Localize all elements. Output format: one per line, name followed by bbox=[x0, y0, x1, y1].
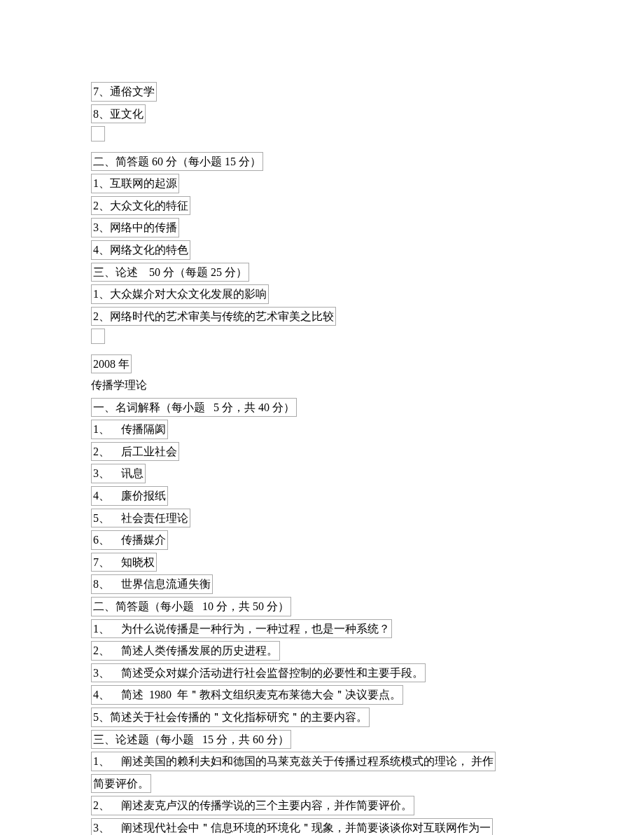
text-line: 8、亚文化 bbox=[91, 103, 553, 125]
text-line: 三、论述 50 分（每题 25 分） bbox=[91, 261, 553, 284]
text-box: 二、简答题 60 分（每小题 15 分） bbox=[91, 152, 263, 172]
text-box: 一、名词解释（每小题 5 分，共 40 分） bbox=[91, 398, 297, 418]
empty-box bbox=[91, 329, 105, 344]
text-line: 简要评价。 bbox=[91, 773, 553, 795]
text-box: 8、亚文化 bbox=[91, 104, 146, 124]
text-line: 1、 为什么说传播是一种行为，一种过程，也是一种系统？ bbox=[91, 618, 553, 640]
text-box: 2、 阐述麦克卢汉的传播学说的三个主要内容，并作简要评价。 bbox=[91, 796, 414, 815]
text-line: 4、 廉价报纸 bbox=[91, 485, 553, 507]
empty-box bbox=[91, 126, 105, 142]
text-box: 5、简述关于社会传播的＂文化指标研究＂的主要内容。 bbox=[91, 708, 370, 727]
text-content: 传播学理论 bbox=[91, 379, 147, 391]
text-box: 1、 阐述美国的赖利夫妇和德国的马莱克兹关于传播过程系统模式的理论， 并作 bbox=[91, 752, 496, 771]
text-box: 7、通俗文学 bbox=[91, 82, 157, 102]
text-line: 一、名词解释（每小题 5 分，共 40 分） bbox=[91, 396, 553, 419]
text-line: 2008 年 bbox=[91, 353, 553, 375]
text-box: 二、简答题（每小题 10 分，共 50 分） bbox=[91, 597, 291, 616]
text-line: 2、 阐述麦克卢汉的传播学说的三个主要内容，并作简要评价。 bbox=[91, 794, 553, 817]
text-line: 2、 简述人类传播发展的历史进程。 bbox=[91, 640, 553, 662]
text-box: 7、 知晓权 bbox=[91, 553, 157, 572]
text-line: 5、简述关于社会传播的＂文化指标研究＂的主要内容。 bbox=[91, 706, 553, 729]
text-line: 传播学理论 bbox=[91, 375, 553, 396]
text-box: 2、大众文化的特征 bbox=[91, 196, 190, 216]
text-line: 7、通俗文学 bbox=[91, 81, 553, 103]
text-line: 3、 简述受众对媒介活动进行社会监督控制的必要性和主要手段。 bbox=[91, 662, 553, 684]
text-line: 1、 阐述美国的赖利夫妇和德国的马莱克兹关于传播过程系统模式的理论， 并作 bbox=[91, 750, 553, 773]
text-box: 2、 简述人类传播发展的历史进程。 bbox=[91, 641, 280, 661]
text-line: 4、 简述 1980 年＂教科文组织麦克布莱德大会＂决议要点。 bbox=[91, 684, 553, 706]
text-line: 2、网络时代的艺术审美与传统的艺术审美之比较 bbox=[91, 305, 553, 328]
text-box: 1、 传播隔阂 bbox=[91, 420, 168, 439]
text-box: 3、网络中的传播 bbox=[91, 218, 179, 237]
text-line: 1、 传播隔阂 bbox=[91, 418, 553, 441]
text-line: 6、 传播媒介 bbox=[91, 529, 553, 551]
text-line: 8、 世界信息流通失衡 bbox=[91, 573, 553, 595]
text-box: 1、互联网的起源 bbox=[91, 174, 179, 193]
text-line: 2、 后工业社会 bbox=[91, 441, 553, 463]
text-line: 3、 阐述现代社会中＂信息环境的环境化＂现象，并简要谈谈你对互联网作为一 bbox=[91, 817, 553, 835]
text-box: 4、网络文化的特色 bbox=[91, 240, 190, 260]
document-page: 7、通俗文学8、亚文化二、简答题 60 分（每小题 15 分）1、互联网的起源2… bbox=[0, 0, 644, 835]
text-box: 4、 简述 1980 年＂教科文组织麦克布莱德大会＂决议要点。 bbox=[91, 685, 403, 705]
text-line: 1、大众媒介对大众文化发展的影响 bbox=[91, 283, 553, 305]
text-box: 1、大众媒介对大众文化发展的影响 bbox=[91, 284, 269, 304]
text-box: 8、 世界信息流通失衡 bbox=[91, 574, 213, 594]
text-box: 三、论述 50 分（每题 25 分） bbox=[91, 263, 249, 282]
text-box: 3、 讯息 bbox=[91, 464, 146, 483]
text-line: 2、大众文化的特征 bbox=[91, 195, 553, 217]
text-line: 二、简答题（每小题 10 分，共 50 分） bbox=[91, 595, 553, 618]
text-line: 5、 社会责任理论 bbox=[91, 507, 553, 530]
text-line bbox=[91, 327, 553, 352]
text-box: 2、网络时代的艺术审美与传统的艺术审美之比较 bbox=[91, 307, 336, 326]
text-box: 4、 廉价报纸 bbox=[91, 486, 168, 506]
text-line: 3、 讯息 bbox=[91, 462, 553, 485]
text-box: 2、 后工业社会 bbox=[91, 442, 179, 462]
text-box: 1、 为什么说传播是一种行为，一种过程，也是一种系统？ bbox=[91, 619, 392, 639]
text-box: 2008 年 bbox=[91, 354, 132, 374]
text-box: 简要评价。 bbox=[91, 774, 151, 794]
text-line bbox=[91, 125, 553, 150]
text-line: 3、网络中的传播 bbox=[91, 216, 553, 239]
text-line: 二、简答题 60 分（每小题 15 分） bbox=[91, 151, 553, 173]
text-box: 5、 社会责任理论 bbox=[91, 509, 190, 528]
text-box: 3、 简述受众对媒介活动进行社会监督控制的必要性和主要手段。 bbox=[91, 663, 426, 683]
text-box: 三、论述题（每小题 15 分，共 60 分） bbox=[91, 730, 291, 750]
text-box: 6、 传播媒介 bbox=[91, 530, 168, 550]
text-line: 4、网络文化的特色 bbox=[91, 239, 553, 261]
text-line: 1、互联网的起源 bbox=[91, 172, 553, 195]
text-line: 7、 知晓权 bbox=[91, 551, 553, 574]
text-box: 3、 阐述现代社会中＂信息环境的环境化＂现象，并简要谈谈你对互联网作为一 bbox=[91, 818, 493, 835]
text-line: 三、论述题（每小题 15 分，共 60 分） bbox=[91, 729, 553, 751]
